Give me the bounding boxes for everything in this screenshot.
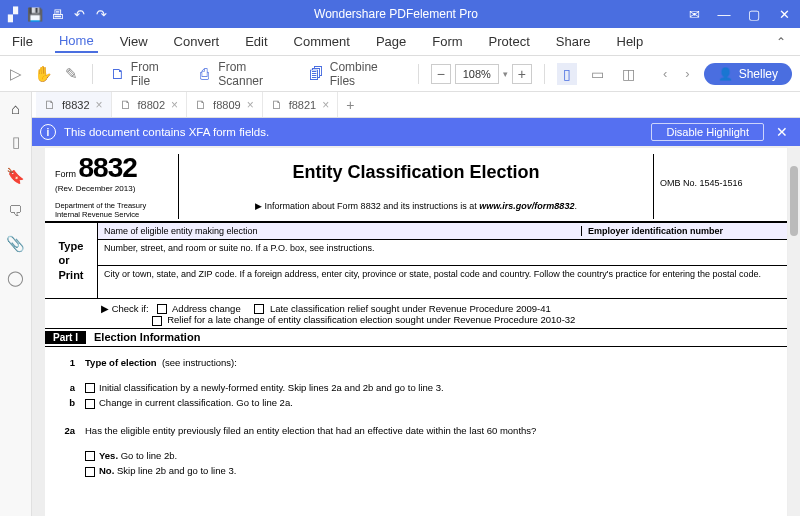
from-scanner-button[interactable]: ⎙From Scanner: [192, 57, 293, 91]
menu-edit[interactable]: Edit: [241, 32, 271, 51]
nav-prev-icon[interactable]: ‹: [659, 66, 671, 81]
menu-help[interactable]: Help: [613, 32, 648, 51]
menu-view[interactable]: View: [116, 32, 152, 51]
nav-next-icon[interactable]: ›: [681, 66, 693, 81]
titlebar: ▞ 💾 🖶 ↶ ↷ Wondershare PDFelement Pro ✉ —…: [0, 0, 800, 28]
menu-comment[interactable]: Comment: [290, 32, 354, 51]
menu-convert[interactable]: Convert: [170, 32, 224, 51]
part1-header: Part IElection Information: [45, 329, 787, 347]
form-label: Form: [55, 169, 76, 179]
edit-tool-icon[interactable]: ✎: [63, 65, 80, 83]
view-single-icon[interactable]: ▯: [557, 63, 578, 85]
form-title: Entity Classification Election: [185, 162, 647, 183]
checkbox-late-relief-2009[interactable]: [254, 304, 264, 314]
form-info: ▶ Information about Form 8832 and its in…: [185, 201, 647, 211]
checkbox-late-relief-2010[interactable]: [152, 316, 162, 326]
field-address-label[interactable]: Number, street, and room or suite no. If…: [104, 243, 781, 262]
file-icon: 🗋: [271, 98, 283, 112]
toolbar: ▷ ✋ ✎ 🗋From File ⎙From Scanner 🗐Combine …: [0, 56, 800, 92]
add-tab-button[interactable]: +: [338, 97, 362, 113]
collapse-ribbon-icon[interactable]: ⌃: [770, 33, 792, 51]
bookmarks-icon[interactable]: 🔖: [6, 166, 26, 186]
view-facing-icon[interactable]: ◫: [618, 63, 639, 85]
print-icon[interactable]: 🖶: [50, 7, 64, 21]
tab-f8802[interactable]: 🗋f8802×: [112, 92, 188, 117]
from-file-label: From File: [131, 60, 179, 88]
from-file-button[interactable]: 🗋From File: [105, 57, 182, 91]
pointer-tool-icon[interactable]: ▷: [8, 65, 25, 83]
combine-icon: 🗐: [308, 65, 325, 83]
form-revision: (Rev. December 2013): [55, 184, 172, 193]
tab-close-icon[interactable]: ×: [247, 98, 254, 112]
checkbox-q2a-yes[interactable]: [85, 451, 95, 461]
home-icon[interactable]: ⌂: [6, 98, 26, 118]
view-continuous-icon[interactable]: ▭: [587, 63, 608, 85]
menu-home[interactable]: Home: [55, 31, 98, 53]
zoom-value[interactable]: 108%: [455, 64, 499, 84]
zoom-in-button[interactable]: +: [512, 64, 532, 84]
vertical-scrollbar[interactable]: [788, 146, 800, 516]
file-icon: 🗋: [44, 98, 56, 112]
file-icon: 🗋: [195, 98, 207, 112]
zoom-out-button[interactable]: −: [431, 64, 451, 84]
maximize-button[interactable]: ▢: [744, 4, 764, 24]
tab-close-icon[interactable]: ×: [171, 98, 178, 112]
hand-tool-icon[interactable]: ✋: [35, 65, 53, 83]
scrollbar-thumb[interactable]: [790, 166, 798, 236]
checkbox-q1b[interactable]: [85, 399, 95, 409]
user-account-button[interactable]: 👤Shelley: [704, 63, 792, 85]
notice-close-icon[interactable]: ✕: [772, 124, 792, 140]
file-icon: 🗋: [120, 98, 132, 112]
app-logo-icon: ▞: [6, 7, 20, 21]
from-file-icon: 🗋: [109, 65, 126, 83]
search-panel-icon[interactable]: ◯: [6, 268, 26, 288]
save-icon[interactable]: 💾: [28, 7, 42, 21]
tab-f8832[interactable]: 🗋f8832×: [36, 92, 112, 117]
menu-form[interactable]: Form: [428, 32, 466, 51]
user-name: Shelley: [739, 67, 778, 81]
mail-icon[interactable]: ✉: [684, 4, 704, 24]
combine-button[interactable]: 🗐Combine Files: [304, 57, 406, 91]
form-number: 8832: [79, 152, 137, 183]
field-name-label: Name of eligible entity making election: [104, 226, 581, 236]
checkbox-q1a[interactable]: [85, 383, 95, 393]
comments-icon[interactable]: 🗨: [6, 200, 26, 220]
check-if-row: ▶ Check if: Address change Late classifi…: [45, 299, 787, 329]
document-viewport[interactable]: Form 8832 (Rev. December 2013) Departmen…: [32, 146, 800, 516]
part1-title: Election Information: [94, 331, 200, 343]
tab-f8809[interactable]: 🗋f8809×: [187, 92, 263, 117]
minimize-button[interactable]: —: [714, 4, 734, 24]
scanner-icon: ⎙: [196, 65, 213, 83]
tab-label: f8832: [62, 99, 90, 111]
menubar: File Home View Convert Edit Comment Page…: [0, 28, 800, 56]
left-sidebar: ⌂ ▯ 🔖 🗨 📎 ◯: [0, 92, 32, 516]
app-title: Wondershare PDFelement Pro: [108, 7, 684, 21]
field-ein-label: Employer identification number: [581, 226, 781, 236]
xfa-notice-bar: i This document contains XFA form fields…: [32, 118, 800, 146]
tab-close-icon[interactable]: ×: [322, 98, 329, 112]
close-button[interactable]: ✕: [774, 4, 794, 24]
menu-protect[interactable]: Protect: [485, 32, 534, 51]
form-department: Department of the Treasury Internal Reve…: [55, 201, 172, 219]
thumbnails-icon[interactable]: ▯: [6, 132, 26, 152]
tab-f8821[interactable]: 🗋f8821×: [263, 92, 339, 117]
attachments-icon[interactable]: 📎: [6, 234, 26, 254]
user-icon: 👤: [718, 67, 733, 81]
disable-highlight-button[interactable]: Disable Highlight: [651, 123, 764, 141]
tab-close-icon[interactable]: ×: [96, 98, 103, 112]
undo-icon[interactable]: ↶: [72, 7, 86, 21]
tab-label: f8809: [213, 99, 241, 111]
checkbox-q2a-no[interactable]: [85, 467, 95, 477]
document-tabs: 🗋f8832× 🗋f8802× 🗋f8809× 🗋f8821× +: [32, 92, 800, 118]
menu-share[interactable]: Share: [552, 32, 595, 51]
zoom-dropdown-icon[interactable]: ▾: [503, 69, 508, 79]
combine-label: Combine Files: [330, 60, 402, 88]
redo-icon[interactable]: ↷: [94, 7, 108, 21]
part1-badge: Part I: [45, 331, 86, 344]
menu-file[interactable]: File: [8, 32, 37, 51]
from-scanner-label: From Scanner: [218, 60, 289, 88]
menu-page[interactable]: Page: [372, 32, 410, 51]
notice-text: This document contains XFA form fields.: [64, 126, 269, 138]
field-city-label[interactable]: City or town, state, and ZIP code. If a …: [104, 269, 781, 295]
checkbox-address-change[interactable]: [157, 304, 167, 314]
